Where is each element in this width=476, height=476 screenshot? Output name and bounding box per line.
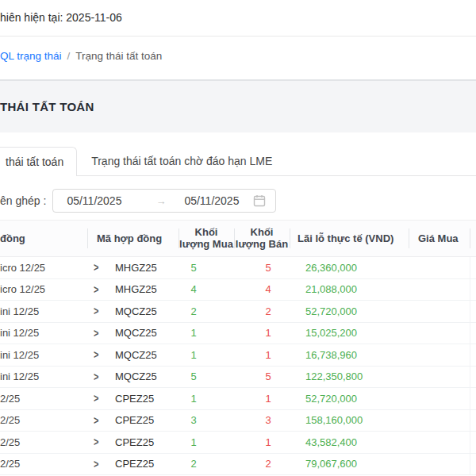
expand-chevron-icon[interactable]: > — [94, 262, 106, 274]
buy-volume-cell: 1 — [178, 344, 234, 366]
column-header-sell-volume[interactable]: Khối lượng Bán — [234, 221, 290, 256]
contract-code: MQCZ25 — [115, 327, 157, 339]
table-row[interactable]: icro 12/25 > MHGZ25 5 5 26,360,000 — [0, 257, 476, 279]
table-row[interactable]: ini 12/25 > MQCZ25 1 1 16,738,960 — [0, 344, 476, 367]
buy-volume-value: 4 — [190, 283, 196, 295]
page-title: THÁI TẤT TOÁN — [0, 100, 94, 113]
buy-price-cell — [409, 432, 470, 453]
date-to-input[interactable]: 05/11/2025 — [184, 194, 253, 207]
realized-pnl-cell: 52,720,000 — [290, 388, 409, 409]
buy-volume-cell: 1 — [178, 388, 234, 409]
sell-volume-cell: 2 — [234, 454, 290, 475]
expand-chevron-icon[interactable]: > — [94, 370, 106, 382]
cut-cell — [470, 432, 476, 453]
table-row[interactable]: 2/25 > CPEZ25 3 3 158,160,000 — [0, 410, 476, 432]
expand-chevron-icon[interactable]: > — [94, 458, 106, 470]
expand-chevron-icon[interactable]: > — [94, 436, 106, 448]
realized-pnl-value: 16,738,960 — [305, 349, 357, 361]
expand-chevron-icon[interactable]: > — [94, 393, 106, 405]
buy-volume-value: 5 — [190, 262, 196, 274]
realized-pnl-value: 79,067,600 — [305, 458, 357, 470]
sell-volume-value: 4 — [265, 283, 271, 295]
column-header-realized-pnl[interactable]: Lãi lỗ thực tế (VND) — [290, 221, 409, 256]
sell-volume-value: 2 — [265, 305, 271, 317]
calendar-icon[interactable] — [253, 194, 266, 207]
expand-chevron-icon[interactable]: > — [94, 283, 106, 295]
contract-code: MQCZ25 — [115, 349, 157, 361]
realized-pnl-cell: 158,160,000 — [290, 410, 409, 432]
realized-pnl-value: 122,350,800 — [305, 370, 363, 382]
contract-code: MHGZ25 — [115, 262, 157, 274]
cut-cell — [470, 410, 476, 432]
tab-bar: thái tất toán Trạng thái tất toán chờ đá… — [0, 147, 476, 176]
breadcrumb-link-status-mgmt[interactable]: QL trạng thái — [0, 50, 62, 62]
contract-name-cell: 2/25 — [0, 454, 87, 475]
contract-name-cell: icro 12/25 — [0, 279, 87, 301]
contract-name: icro 12/25 — [0, 262, 45, 274]
sell-volume-cell: 1 — [234, 344, 290, 366]
date-range-picker[interactable]: 05/11/2025 → 05/11/2025 — [52, 189, 276, 213]
contract-name: 2/25 — [0, 393, 20, 405]
tab-settlement-status-lme[interactable]: Trạng thái tất toán chờ đáo hạn LME — [79, 147, 285, 175]
table-row[interactable]: ini 12/25 > MQCZ25 2 2 52,720,000 — [0, 301, 476, 323]
sell-volume-value: 1 — [265, 436, 271, 448]
buy-volume-value: 1 — [190, 327, 196, 339]
table-row[interactable]: icro 12/25 > MHGZ25 4 4 21,088,000 — [0, 279, 476, 301]
realized-pnl-cell: 16,738,960 — [290, 344, 409, 366]
date-from-input[interactable]: 05/11/2025 — [67, 194, 155, 207]
column-header-contract-code[interactable]: Mã hợp đồng — [87, 221, 178, 256]
contract-name-cell: 2/25 — [0, 432, 87, 453]
expand-chevron-icon[interactable]: > — [94, 305, 106, 317]
cut-cell — [470, 323, 476, 344]
buy-volume-cell: 2 — [178, 301, 234, 322]
sell-volume-cell: 5 — [234, 257, 290, 278]
buy-volume-cell: 5 — [178, 367, 234, 388]
realized-pnl-value: 158,160,000 — [305, 414, 363, 426]
buy-price-cell — [409, 323, 470, 344]
tab-settlement-status[interactable]: thái tất toán — [0, 147, 77, 176]
page-title-band: THÁI TẤT TOÁN — [0, 79, 476, 132]
realized-pnl-value: 26,360,000 — [305, 262, 357, 274]
buy-price-cell — [409, 301, 470, 322]
contract-name: ini 12/25 — [0, 349, 39, 361]
realized-pnl-value: 43,582,400 — [305, 436, 357, 448]
realized-pnl-cell: 26,360,000 — [290, 257, 409, 278]
column-header-buy-price[interactable]: Giá Mua — [409, 221, 470, 256]
column-header-buy-volume[interactable]: Khối lượng Mua — [178, 221, 234, 256]
table-row[interactable]: ini 12/25 > MQCZ25 1 1 15,025,200 — [0, 323, 476, 345]
buy-volume-value: 1 — [190, 349, 196, 361]
contract-name: 2/25 — [0, 414, 20, 426]
sell-volume-cell: 1 — [234, 388, 290, 409]
contract-name-cell: 2/25 — [0, 388, 87, 409]
contract-code: CPEZ25 — [115, 458, 154, 470]
buy-price-cell — [409, 410, 470, 432]
table-row[interactable]: 2/25 > CPEZ25 1 1 52,720,000 — [0, 388, 476, 410]
realized-pnl-cell: 52,720,000 — [290, 301, 409, 322]
contract-code: CPEZ25 — [115, 393, 154, 405]
buy-volume-cell: 2 — [178, 454, 234, 475]
breadcrumb: QL trạng thái/Trạng thái tất toán — [0, 36, 476, 79]
buy-price-cell — [409, 367, 470, 388]
expand-chevron-icon[interactable]: > — [94, 414, 106, 426]
buy-price-cell — [409, 344, 470, 366]
table-row[interactable]: 2/25 > CPEZ25 2 2 79,067,600 — [0, 454, 476, 476]
breadcrumb-separator: / — [67, 50, 71, 62]
cut-cell — [470, 367, 476, 388]
range-arrow-icon: → — [155, 195, 184, 207]
contract-code: MHGZ25 — [115, 283, 157, 295]
table-row[interactable]: ini 12/25 > MQCZ25 5 5 122,350,800 — [0, 367, 476, 389]
realized-pnl-cell: 21,088,000 — [290, 279, 409, 301]
expand-chevron-icon[interactable]: > — [94, 327, 106, 339]
contract-code-cell: > MQCZ25 — [87, 301, 178, 322]
table-row[interactable]: 2/25 > CPEZ25 1 1 43,582,400 — [0, 432, 476, 454]
realized-pnl-value: 52,720,000 — [305, 305, 357, 317]
cut-cell — [470, 344, 476, 366]
session-bar: hiên hiện tại: 2025-11-06 — [0, 0, 476, 36]
sell-volume-value: 1 — [265, 349, 271, 361]
contract-name: ini 12/25 — [0, 305, 39, 317]
expand-chevron-icon[interactable]: > — [94, 349, 106, 361]
column-header-contract-name[interactable]: đồng — [0, 221, 87, 256]
sell-volume-value: 5 — [265, 370, 271, 382]
buy-volume-cell: 3 — [178, 410, 234, 432]
buy-volume-value: 1 — [190, 393, 196, 405]
